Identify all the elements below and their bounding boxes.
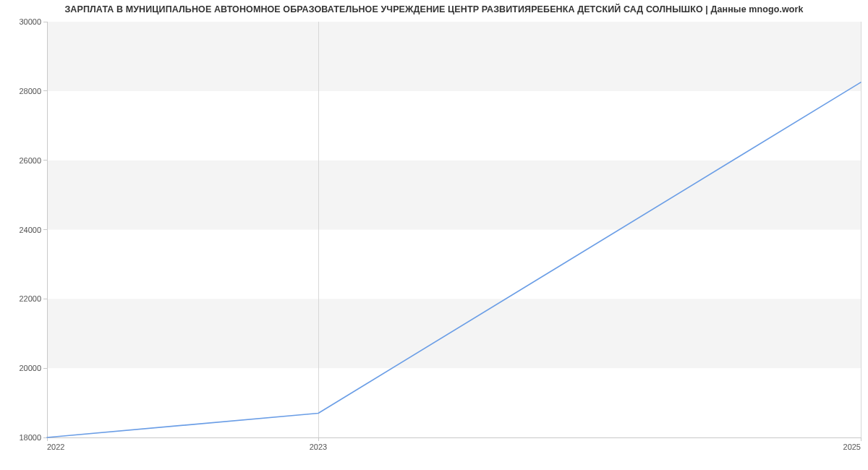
y-tick-label: 30000: [19, 17, 41, 26]
y-tick-label: 28000: [19, 87, 41, 95]
plot-band: [47, 91, 861, 161]
plot-band: [47, 161, 861, 230]
plot-band: [47, 230, 861, 299]
y-tick-label: 18000: [19, 433, 41, 442]
y-tick-label: 20000: [19, 364, 41, 372]
x-tick-label: 2022: [47, 443, 64, 451]
plot-band: [47, 299, 861, 368]
y-tick-label: 26000: [19, 156, 41, 165]
x-tick-label: 2025: [843, 443, 861, 451]
plot-band: [47, 22, 861, 91]
y-tick-label: 24000: [19, 226, 41, 234]
salary-line-chart: ЗАРПЛАТА В МУНИЦИПАЛЬНОЕ АВТОНОМНОЕ ОБРА…: [0, 0, 868, 470]
chart-title: ЗАРПЛАТА В МУНИЦИПАЛЬНОЕ АВТОНОМНОЕ ОБРА…: [0, 4, 868, 14]
y-tick-label: 22000: [19, 294, 41, 303]
chart-svg: 1800020000220002400026000280003000020222…: [0, 0, 868, 470]
x-tick-label: 2023: [310, 443, 327, 451]
